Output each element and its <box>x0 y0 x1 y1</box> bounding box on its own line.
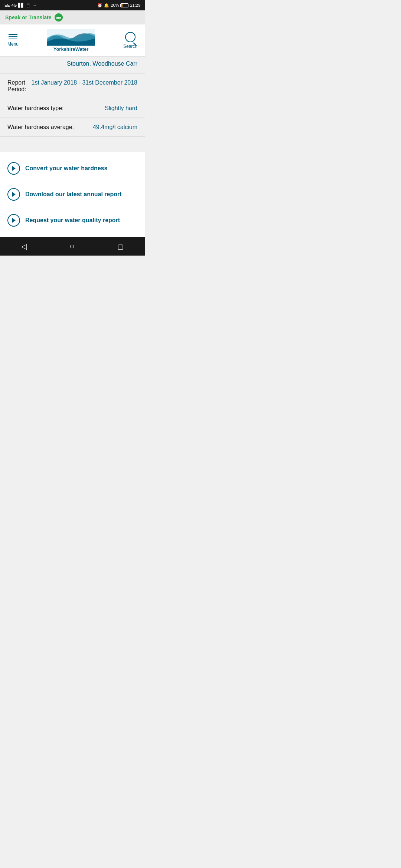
spacer <box>0 137 145 152</box>
request-report-label: Request your water quality report <box>25 217 120 224</box>
location-row: Stourton, Woodhouse Carr <box>0 57 145 73</box>
header: Menu YorkshireWater Search <box>0 24 145 57</box>
data-table: Report Period: 1st January 2018 - 31st D… <box>0 73 145 137</box>
location-value: Stourton, Woodhouse Carr <box>67 60 137 67</box>
menu-button[interactable]: Menu <box>7 34 19 47</box>
hamburger-icon <box>9 34 17 39</box>
logo-text: YorkshireWater <box>53 46 89 52</box>
bottom-nav-bar <box>0 237 145 256</box>
water-hardness-type-label: Water hardness type: <box>7 105 79 112</box>
arrow-icon <box>12 166 16 171</box>
convert-hardness-icon <box>7 162 20 175</box>
download-report-label: Download our latest annual report <box>25 191 122 198</box>
logo-graphic <box>47 29 95 46</box>
status-right: ⏰ 🔔 20% 21:29 <box>97 3 140 8</box>
more-icon: ··· <box>32 3 36 7</box>
back-button[interactable] <box>21 242 27 251</box>
signal-icon: ▋▋ <box>18 3 24 8</box>
search-icon <box>125 32 136 42</box>
water-hardness-average-row: Water hardness average: 49.4mg/l calcium <box>0 118 145 137</box>
download-report-link[interactable]: Download our latest annual report <box>0 181 145 207</box>
water-hardness-type-value: Slightly hard <box>79 105 138 112</box>
logo: YorkshireWater <box>47 29 95 52</box>
water-hardness-average-value: 49.4mg/l calcium <box>79 124 138 131</box>
arrow-icon-2 <box>12 192 16 197</box>
whatsapp-icon: 📱 <box>26 3 31 8</box>
report-period-label: Report Period: <box>7 79 32 93</box>
battery-icon <box>120 3 128 7</box>
network-label: 4G <box>12 3 17 7</box>
bell-icon: 🔔 <box>104 3 109 8</box>
translate-bar[interactable]: Speak or Translate me <box>0 10 145 24</box>
request-quality-report-link[interactable]: Request your water quality report <box>0 207 145 233</box>
report-period-value: 1st January 2018 - 31st December 2018 <box>32 79 138 86</box>
convert-hardness-label: Convert your water hardness <box>25 165 107 172</box>
links-section: Convert your water hardness Download our… <box>0 152 145 237</box>
content: Stourton, Woodhouse Carr Report Period: … <box>0 57 145 237</box>
arrow-icon-3 <box>12 218 16 223</box>
alarm-icon: ⏰ <box>97 3 102 8</box>
convert-hardness-link[interactable]: Convert your water hardness <box>0 155 145 181</box>
download-report-icon <box>7 188 20 201</box>
report-period-row: Report Period: 1st January 2018 - 31st D… <box>0 73 145 99</box>
search-button[interactable]: Search <box>123 32 137 49</box>
battery-percent: 20% <box>111 3 119 7</box>
water-hardness-type-row: Water hardness type: Slightly hard <box>0 99 145 118</box>
me-badge: me <box>55 13 63 22</box>
menu-label: Menu <box>7 42 19 47</box>
recents-button[interactable] <box>117 242 124 251</box>
status-left: EE 4G ▋▋ 📱 ··· <box>4 3 36 8</box>
water-hardness-average-label: Water hardness average: <box>7 124 79 131</box>
time-label: 21:29 <box>130 3 140 7</box>
status-bar: EE 4G ▋▋ 📱 ··· ⏰ 🔔 20% 21:29 <box>0 0 145 10</box>
request-report-icon <box>7 214 20 227</box>
translate-text: Speak or Translate <box>5 14 52 20</box>
carrier-label: EE <box>4 3 10 7</box>
home-button[interactable] <box>69 241 74 251</box>
